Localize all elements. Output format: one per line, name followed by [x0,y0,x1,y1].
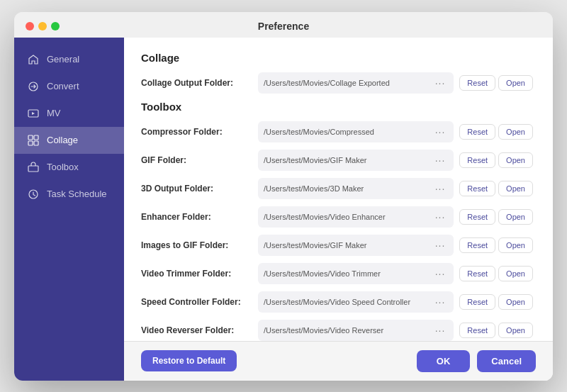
video-reverser-open-button[interactable]: Open [498,323,533,338]
video-trimmer-dots-button[interactable]: ··· [432,268,449,279]
images-to-gif-path: /Users/test/Movies/GIF Maker [264,241,432,250]
enhancer-dots-button[interactable]: ··· [432,211,449,223]
gif-reset-button[interactable]: Reset [459,152,495,168]
3d-output-dots-button[interactable]: ··· [432,183,449,194]
video-trimmer-open-button[interactable]: Open [498,266,533,281]
main-content: General Convert MV [14,38,553,381]
table-row: Compressor Folder: /Users/test/Movies/Co… [141,121,536,142]
sidebar-item-mv-label: MV [47,108,61,118]
compressor-path: /Users/test/Movies/Compressed [264,128,432,136]
video-reverser-dots-button[interactable]: ··· [432,325,449,336]
collage-output-path: /Users/test/Movies/Collage Exported [264,79,432,87]
toolbox-section: Toolbox Compressor Folder: /Users/test/M… [141,101,536,341]
sidebar-item-convert[interactable]: Convert [14,73,124,100]
video-reverser-path-container: /Users/test/Movies/Video Reverser ··· [258,320,454,341]
video-reverser-label: Video Reverser Folder: [141,325,258,335]
maximize-button[interactable] [51,22,60,30]
footer-right-buttons: OK Cancel [417,350,536,372]
3d-output-open-button[interactable]: Open [498,181,533,196]
collage-output-open-button[interactable]: Open [498,75,533,91]
3d-output-label: 3D Output Folder: [141,184,258,194]
sidebar-item-mv[interactable]: MV [14,100,124,127]
sidebar-item-general-label: General [47,54,79,65]
sidebar-item-convert-label: Convert [47,81,79,91]
speed-controller-dots-button[interactable]: ··· [432,296,449,308]
images-to-gif-reset-button[interactable]: Reset [459,237,495,253]
3d-output-reset-button[interactable]: Reset [459,181,495,196]
gif-label: GIF Folder: [141,155,258,165]
speed-controller-open-button[interactable]: Open [498,294,533,310]
collage-output-dots-button[interactable]: ··· [432,77,449,89]
task-schedule-icon [27,188,40,201]
table-row: Video Reverser Folder: /Users/test/Movie… [141,320,536,341]
3d-output-path-container: /Users/test/Movies/3D Maker ··· [258,178,454,199]
enhancer-path-container: /Users/test/Movies/Video Enhancer ··· [258,206,454,228]
images-to-gif-path-container: /Users/test/Movies/GIF Maker ··· [258,235,454,256]
sidebar-item-collage[interactable]: Collage [14,127,124,154]
video-reverser-path: /Users/test/Movies/Video Reverser [264,326,432,335]
sidebar-item-task-schedule-label: Task Schedule [47,189,107,199]
toolbox-section-title: Toolbox [141,101,536,113]
gif-dots-button[interactable]: ··· [432,155,449,166]
window-title: Preference [258,21,309,32]
video-trimmer-path: /Users/test/Movies/Video Trimmer [264,269,432,278]
table-row: Enhancer Folder: /Users/test/Movies/Vide… [141,206,536,228]
sidebar-item-toolbox-label: Toolbox [47,162,79,172]
sidebar-item-task-schedule[interactable]: Task Schedule [14,181,124,208]
compressor-dots-button[interactable]: ··· [432,126,449,138]
ok-button[interactable]: OK [417,350,471,372]
3d-output-path: /Users/test/Movies/3D Maker [264,184,432,193]
collage-section-title: Collage [141,52,536,64]
cancel-button[interactable]: Cancel [477,350,536,372]
enhancer-label: Enhancer Folder: [141,212,258,222]
compressor-path-container: /Users/test/Movies/Compressed ··· [258,121,454,142]
svg-rect-4 [28,141,33,145]
sidebar-item-general[interactable]: General [14,46,124,73]
collage-output-reset-button[interactable]: Reset [459,75,495,91]
collage-output-row: Collage Output Folder: /Users/test/Movie… [141,72,536,94]
sidebar-item-toolbox[interactable]: Toolbox [14,154,124,181]
speed-controller-reset-button[interactable]: Reset [459,294,495,310]
collage-icon [27,134,40,147]
compressor-open-button[interactable]: Open [498,124,533,140]
speed-controller-label: Speed Controller Folder: [141,297,258,307]
svg-rect-6 [28,166,38,172]
sidebar-item-collage-label: Collage [47,135,78,145]
speed-controller-path-container: /Users/test/Movies/Video Speed Controlle… [258,291,454,313]
close-button[interactable] [26,22,34,30]
video-trimmer-reset-button[interactable]: Reset [459,266,495,281]
convert-icon [27,80,40,93]
compressor-label: Compressor Folder: [141,127,258,137]
gif-open-button[interactable]: Open [498,152,533,168]
title-bar: Preference [14,12,553,38]
mv-icon [27,107,40,120]
enhancer-reset-button[interactable]: Reset [459,209,495,225]
content-scroll[interactable]: Collage Collage Output Folder: /Users/te… [124,38,553,341]
collage-output-path-container: /Users/test/Movies/Collage Exported ··· [258,72,454,94]
enhancer-open-button[interactable]: Open [498,209,533,225]
images-to-gif-dots-button[interactable]: ··· [432,240,449,251]
sidebar: General Convert MV [14,38,124,381]
svg-rect-3 [34,135,38,140]
svg-rect-2 [28,135,33,140]
images-to-gif-open-button[interactable]: Open [498,237,533,253]
video-reverser-reset-button[interactable]: Reset [459,323,495,338]
svg-rect-5 [34,141,38,145]
traffic-lights [26,22,60,30]
speed-controller-path: /Users/test/Movies/Video Speed Controlle… [264,298,432,306]
content-panel: Collage Collage Output Folder: /Users/te… [124,38,553,381]
images-to-gif-label: Images to GIF Folder: [141,240,258,250]
table-row: GIF Folder: /Users/test/Movies/GIF Maker… [141,150,536,171]
table-row: 3D Output Folder: /Users/test/Movies/3D … [141,178,536,199]
restore-default-button[interactable]: Restore to Default [141,350,237,371]
home-icon [27,53,40,66]
collage-output-label: Collage Output Folder: [141,78,258,88]
gif-path: /Users/test/Movies/GIF Maker [264,156,432,164]
table-row: Images to GIF Folder: /Users/test/Movies… [141,235,536,256]
compressor-reset-button[interactable]: Reset [459,124,495,140]
table-row: Speed Controller Folder: /Users/test/Mov… [141,291,536,313]
minimize-button[interactable] [38,22,47,30]
video-trimmer-path-container: /Users/test/Movies/Video Trimmer ··· [258,263,454,284]
enhancer-path: /Users/test/Movies/Video Enhancer [264,213,432,221]
table-row: Video Trimmer Folder: /Users/test/Movies… [141,263,536,284]
